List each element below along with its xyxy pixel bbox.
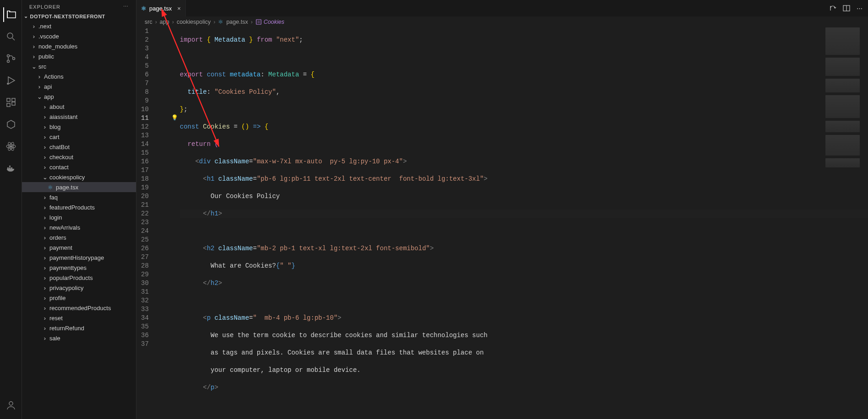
tree-folder[interactable]: ›faq bbox=[22, 192, 136, 202]
more-icon[interactable]: ⋯ bbox=[123, 4, 129, 10]
tree-folder[interactable]: ›paymenttypes bbox=[22, 263, 136, 273]
line-numbers: 1234567891011121314151617181920212223242… bbox=[136, 27, 157, 419]
tree-folder[interactable]: ›public bbox=[22, 51, 136, 61]
docker-icon[interactable] bbox=[4, 161, 18, 176]
lightbulb-icon[interactable]: 💡 bbox=[171, 114, 178, 123]
tree-folder[interactable]: ›reset bbox=[22, 313, 136, 323]
tree-folder[interactable]: ›about bbox=[22, 102, 136, 112]
svg-point-17 bbox=[9, 402, 13, 405]
tree-folder[interactable]: ⌄src bbox=[22, 61, 136, 71]
editor-area: ⚛ page.tsx × ⋯ src› app› cookiespolicy› … bbox=[136, 0, 868, 419]
tree-folder[interactable]: ›chatBot bbox=[22, 142, 136, 152]
svg-point-4 bbox=[7, 83, 9, 85]
svg-rect-8 bbox=[12, 102, 15, 105]
tree-folder[interactable]: ›featuredProducts bbox=[22, 202, 136, 212]
split-editor-icon[interactable] bbox=[843, 5, 850, 12]
code-content[interactable]: import { Metadata } from "next"; export … bbox=[180, 27, 868, 419]
editor-tabs: ⚛ page.tsx × ⋯ bbox=[136, 0, 868, 16]
tree-folder[interactable]: ›returnRefund bbox=[22, 323, 136, 333]
react-file-icon: ⚛ bbox=[47, 184, 54, 191]
svg-rect-16 bbox=[9, 166, 11, 167]
tree-folder[interactable]: ›contact bbox=[22, 162, 136, 172]
tree-folder[interactable]: ›checkout bbox=[22, 152, 136, 162]
tree-folder[interactable]: ›newArrivals bbox=[22, 222, 136, 232]
tree-folder[interactable]: ›privacypolicy bbox=[22, 283, 136, 293]
svg-rect-5 bbox=[7, 98, 10, 102]
symbol-icon: Cookies bbox=[255, 19, 284, 25]
tree-folder[interactable]: ›popularProducts bbox=[22, 273, 136, 283]
explorer-sidebar: EXPLORER ⋯ ⌄ DOTPOT-NEXTSTOREFRONT ›.nex… bbox=[22, 0, 136, 419]
svg-point-9 bbox=[10, 145, 12, 147]
run-debug-icon[interactable] bbox=[4, 73, 18, 88]
tree-folder[interactable]: ⌄app bbox=[22, 91, 136, 102]
tree-folder[interactable]: ›paymentHistorypage bbox=[22, 252, 136, 263]
svg-rect-19 bbox=[256, 19, 261, 24]
tab-label: page.tsx bbox=[149, 5, 172, 12]
tree-folder[interactable]: ›.next bbox=[22, 21, 136, 31]
explorer-title: EXPLORER bbox=[29, 4, 60, 10]
svg-rect-14 bbox=[9, 167, 11, 169]
tree-folder[interactable]: ›login bbox=[22, 212, 136, 222]
tree-folder[interactable]: ›Actions bbox=[22, 71, 136, 81]
svg-rect-7 bbox=[7, 103, 10, 107]
tree-folder[interactable]: ›cart bbox=[22, 132, 136, 142]
activity-bar bbox=[0, 0, 22, 419]
tab-page-tsx[interactable]: ⚛ page.tsx × bbox=[136, 0, 186, 16]
hex-icon[interactable] bbox=[4, 117, 18, 132]
breadcrumb[interactable]: src› app› cookiespolicy› ⚛page.tsx› Cook… bbox=[136, 16, 868, 27]
search-icon[interactable] bbox=[4, 29, 18, 44]
tree-folder[interactable]: ›node_modules bbox=[22, 41, 136, 51]
tree-folder[interactable]: ›recommendedProducts bbox=[22, 303, 136, 313]
explorer-icon[interactable] bbox=[3, 7, 18, 22]
tree-folder[interactable]: ›payment bbox=[22, 242, 136, 252]
chevron-down-icon: ⌄ bbox=[24, 13, 28, 19]
react-file-icon: ⚛ bbox=[218, 18, 223, 25]
timeline-icon[interactable] bbox=[829, 5, 836, 12]
svg-point-2 bbox=[7, 60, 9, 63]
project-name: DOTPOT-NEXTSTOREFRONT bbox=[30, 14, 105, 19]
react-icon[interactable] bbox=[4, 139, 18, 154]
react-file-icon: ⚛ bbox=[141, 5, 146, 12]
svg-rect-15 bbox=[11, 167, 12, 169]
more-actions-icon[interactable]: ⋯ bbox=[857, 5, 863, 12]
tree-folder[interactable]: ›api bbox=[22, 81, 136, 91]
tree-folder[interactable]: ⌄cookiespolicy bbox=[22, 172, 136, 182]
project-header[interactable]: ⌄ DOTPOT-NEXTSTOREFRONT bbox=[22, 11, 136, 21]
svg-point-3 bbox=[12, 58, 15, 60]
tree-folder[interactable]: ›orders bbox=[22, 232, 136, 242]
extensions-icon[interactable] bbox=[4, 95, 18, 110]
file-tree: ›.next ›.vscode ›node_modules ›public ⌄s… bbox=[22, 21, 136, 419]
tree-folder[interactable]: ›profile bbox=[22, 293, 136, 303]
tree-folder[interactable]: ›blog bbox=[22, 122, 136, 132]
svg-rect-13 bbox=[7, 167, 9, 169]
svg-rect-6 bbox=[12, 98, 15, 102]
svg-point-0 bbox=[7, 33, 13, 38]
svg-point-1 bbox=[7, 55, 9, 57]
code-editor[interactable]: 1234567891011121314151617181920212223242… bbox=[136, 27, 868, 419]
close-tab-icon[interactable]: × bbox=[177, 5, 181, 12]
account-icon[interactable] bbox=[4, 398, 18, 413]
tree-file-active[interactable]: ⚛page.tsx bbox=[22, 182, 136, 192]
source-control-icon[interactable] bbox=[4, 51, 18, 66]
glyph-margin: 💡 bbox=[157, 27, 180, 419]
tree-folder[interactable]: ›sale bbox=[22, 333, 136, 343]
tree-folder[interactable]: ›.vscode bbox=[22, 31, 136, 41]
tree-folder[interactable]: ›aiassistant bbox=[22, 112, 136, 122]
